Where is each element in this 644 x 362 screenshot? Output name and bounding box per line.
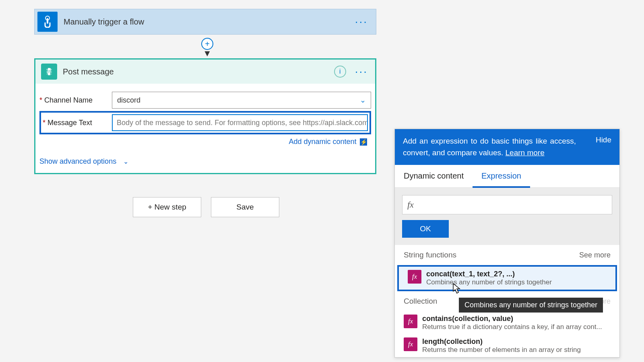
learn-more-link[interactable]: Learn more: [506, 148, 545, 157]
dynamic-badge-icon[interactable]: ⚡: [360, 138, 367, 146]
add-dynamic-content-row: Add dynamic content ⚡: [39, 138, 371, 146]
expression-panel: Add an expression to do basic things lik…: [394, 129, 620, 358]
action-card: # Post message i ··· * Channel Name disc…: [34, 58, 376, 174]
svg-text:#: #: [47, 67, 51, 75]
message-input[interactable]: Body of the message to send. For formatt…: [112, 114, 368, 131]
hide-panel-button[interactable]: Hide: [596, 136, 611, 144]
fn-length[interactable]: fx length(collection) Returns the number…: [395, 334, 619, 357]
action-body: * Channel Name discord ⌄ * Message Text …: [35, 84, 375, 173]
expression-input[interactable]: fx: [402, 195, 612, 214]
group-label: Collection: [404, 297, 437, 306]
message-label: * Message Text: [43, 119, 112, 127]
chevron-down-icon: ⌄: [123, 158, 128, 165]
panel-header-text: Add an expression to do basic things lik…: [403, 136, 576, 158]
hand-tap-icon: [42, 16, 53, 28]
fn-name: length(collection): [422, 337, 581, 346]
message-field-highlight: * Message Text Body of the message to se…: [39, 111, 371, 134]
fx-icon: fx: [408, 270, 421, 284]
manual-trigger-icon: [37, 12, 58, 32]
fx-icon: fx: [407, 200, 414, 210]
trigger-menu-button[interactable]: ···: [355, 15, 368, 28]
action-title: Post message: [63, 67, 334, 76]
fn-desc: Returns true if a dictionary contains a …: [422, 323, 602, 331]
bottom-buttons: + New step Save: [133, 197, 279, 217]
new-step-button[interactable]: + New step: [133, 197, 201, 217]
group-label: String functions: [404, 251, 456, 259]
fn-desc: Combines any number of strings together: [426, 278, 552, 286]
action-header[interactable]: # Post message i ···: [35, 60, 375, 84]
chevron-down-icon: ⌄: [360, 96, 366, 105]
show-advanced-link[interactable]: Show advanced options: [39, 157, 116, 165]
panel-tabs: Dynamic content Expression: [395, 165, 619, 188]
save-button[interactable]: Save: [211, 197, 279, 217]
trigger-title: Manually trigger a flow: [64, 17, 355, 27]
fx-icon: fx: [404, 315, 417, 328]
fn-name: concat(text_1, text_2?, ...): [426, 270, 552, 278]
group-string-functions: String functions See more: [395, 245, 619, 265]
tab-dynamic-content[interactable]: Dynamic content: [395, 165, 473, 187]
fn-desc: Returns the number of elements in an arr…: [422, 346, 581, 354]
slack-icon: #: [41, 64, 57, 80]
fn-text: contains(collection, value) Returns true…: [422, 315, 602, 331]
see-more-link[interactable]: See more: [579, 251, 611, 259]
arrow-down-icon: ▼: [203, 48, 212, 59]
fn-name: contains(collection, value): [422, 315, 602, 323]
fx-icon: fx: [404, 337, 417, 351]
add-dynamic-content-link[interactable]: Add dynamic content: [289, 138, 356, 146]
connector: + ▼: [200, 35, 214, 59]
action-menu-button[interactable]: ···: [355, 65, 368, 78]
show-advanced-row[interactable]: Show advanced options ⌄: [39, 157, 371, 166]
svg-rect-1: [47, 18, 48, 24]
channel-select[interactable]: discord ⌄: [112, 92, 371, 109]
trigger-card[interactable]: Manually trigger a flow ···: [34, 9, 376, 35]
channel-value: discord: [117, 96, 140, 105]
fn-contains[interactable]: fx contains(collection, value) Returns t…: [395, 311, 619, 334]
fn-text: concat(text_1, text_2?, ...) Combines an…: [426, 270, 552, 286]
fn-text: length(collection) Returns the number of…: [422, 337, 581, 354]
tooltip: Combines any number of strings together: [459, 298, 603, 313]
channel-field-row: * Channel Name discord ⌄: [39, 92, 371, 109]
expression-input-area: fx OK: [395, 188, 619, 245]
panel-header: Add an expression to do basic things lik…: [395, 129, 619, 165]
info-icon[interactable]: i: [334, 66, 346, 78]
channel-label: * Channel Name: [39, 96, 112, 105]
fn-concat[interactable]: fx concat(text_1, text_2?, ...) Combines…: [397, 265, 617, 291]
cursor-icon: [453, 283, 462, 294]
tab-expression[interactable]: Expression: [473, 165, 530, 188]
ok-button[interactable]: OK: [402, 220, 449, 238]
